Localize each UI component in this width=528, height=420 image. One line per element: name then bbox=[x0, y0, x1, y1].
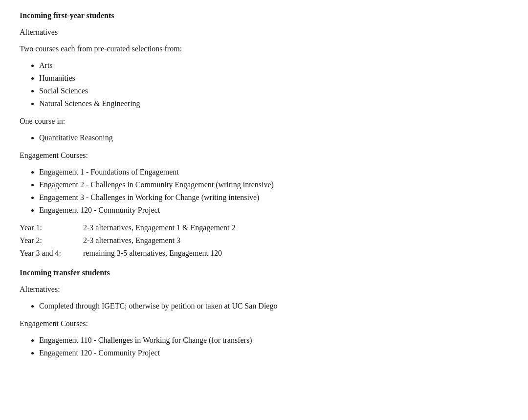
year-schedule: Year 1: 2-3 alternatives, Engagement 1 &… bbox=[20, 222, 508, 259]
list-item: Arts bbox=[39, 60, 508, 71]
transfer-engagement-list: Engagement 110 - Challenges in Working f… bbox=[39, 334, 508, 359]
two-course-intro: Two courses each from pre-curated select… bbox=[20, 43, 508, 55]
year-row: Year 2: 2-3 alternatives, Engagement 3 bbox=[20, 235, 508, 246]
year2-value: 2-3 alternatives, Engagement 3 bbox=[83, 235, 180, 246]
list-item: Engagement 3 - Challenges in Working for… bbox=[39, 192, 508, 203]
transfer-heading: Incoming transfer students bbox=[20, 267, 508, 279]
one-course-intro: One course in: bbox=[20, 115, 508, 127]
list-item: Engagement 110 - Challenges in Working f… bbox=[39, 334, 508, 346]
list-item: Social Sciences bbox=[39, 85, 508, 97]
year2-label: Year 2: bbox=[20, 235, 83, 246]
list-item: Engagement 120 - Community Project bbox=[39, 347, 508, 359]
year-row: Year 3 and 4: remaining 3-5 alternatives… bbox=[20, 247, 508, 259]
year34-label: Year 3 and 4: bbox=[20, 247, 83, 259]
list-item: Natural Sciences & Engineering bbox=[39, 98, 508, 110]
first-year-heading: Incoming first-year students bbox=[20, 10, 508, 22]
year-row: Year 1: 2-3 alternatives, Engagement 1 &… bbox=[20, 222, 508, 234]
list-item: Quantitative Reasoning bbox=[39, 132, 508, 144]
transfer-alternatives-label: Alternatives: bbox=[20, 284, 508, 295]
two-course-list: Arts Humanities Social Sciences Natural … bbox=[39, 60, 508, 110]
transfer-engagement-label: Engagement Courses: bbox=[20, 318, 508, 330]
list-item: Engagement 120 - Community Project bbox=[39, 204, 508, 216]
list-item: Engagement 2 - Challenges in Community E… bbox=[39, 179, 508, 191]
engagement-list: Engagement 1 - Foundations of Engagement… bbox=[39, 166, 508, 216]
engagement-label: Engagement Courses: bbox=[20, 150, 508, 161]
list-item: Engagement 1 - Foundations of Engagement bbox=[39, 166, 508, 178]
year1-value: 2-3 alternatives, Engagement 1 & Engagem… bbox=[83, 222, 235, 234]
first-year-section: Incoming first-year students Alternative… bbox=[20, 10, 508, 259]
alternatives-label: Alternatives bbox=[20, 26, 508, 38]
year1-label: Year 1: bbox=[20, 222, 83, 234]
year34-value: remaining 3-5 alternatives, Engagement 1… bbox=[83, 247, 222, 259]
one-course-list: Quantitative Reasoning bbox=[39, 132, 508, 144]
transfer-section: Incoming transfer students Alternatives:… bbox=[20, 267, 508, 359]
list-item: Humanities bbox=[39, 72, 508, 84]
transfer-alternatives-list: Completed through IGETC; otherwise by pe… bbox=[39, 300, 508, 312]
list-item: Completed through IGETC; otherwise by pe… bbox=[39, 300, 508, 312]
